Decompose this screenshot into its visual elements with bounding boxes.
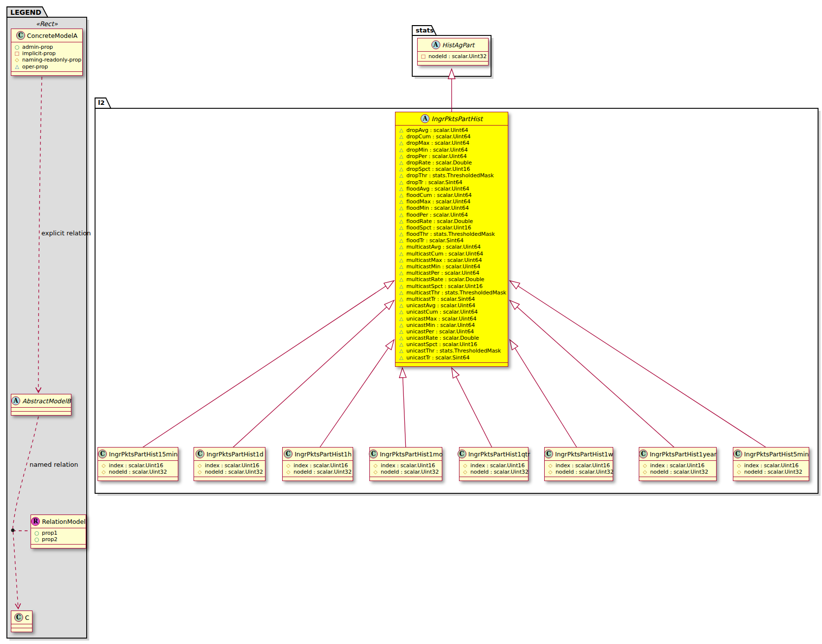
triangle-icon: [398, 225, 404, 231]
attribute-row: dropMax : scalar.Uint64: [398, 140, 505, 146]
attribute-row: oper-prop: [14, 64, 80, 70]
attribute-row: nodeId : scalar.Uint32: [547, 469, 610, 475]
attribute-row: index : scalar.Uint16: [736, 462, 806, 469]
attribute-row: index : scalar.Uint16: [642, 462, 714, 469]
class-header: C ConcreteModelA: [11, 29, 82, 42]
triangle-icon: [398, 160, 404, 166]
triangle-icon: [398, 192, 404, 198]
attribute-row: floodSpct : scalar.Uint16: [398, 225, 505, 231]
attribute-list: index : scalar.Uint16 nodeId : scalar.Ui…: [639, 460, 716, 477]
triangle-icon: [398, 198, 404, 205]
circle-icon: [14, 44, 20, 50]
diamond-icon: [372, 469, 379, 475]
rect-stereotype-label: «Rect»: [7, 20, 87, 28]
class-name: IngrPktsPartHist1qtr: [468, 451, 530, 458]
class-name: HistAgPart: [442, 41, 474, 49]
attribute-row: index : scalar.Uint16: [462, 462, 526, 469]
class-name: IngrPktsPartHist1h: [295, 451, 352, 458]
methods-compartment: [31, 544, 86, 548]
triangle-icon: [398, 316, 404, 322]
attribute-row: floodRate : scalar.Double: [398, 218, 505, 225]
attribute-list: prop1 prop2: [31, 528, 86, 544]
attribute-row: unicastThr : stats.ThresholdedMask: [398, 348, 505, 354]
attribute-list: index : scalar.Uint16 nodeId : scalar.Ui…: [194, 460, 265, 477]
attribute-row: floodTr : scalar.Sint64: [398, 237, 505, 244]
class-name: C: [25, 614, 30, 621]
class-abstractmodelb: A AbstractModelB: [11, 394, 71, 416]
triangle-icon: [398, 153, 404, 160]
diamond-icon: [547, 469, 554, 475]
attribute-row: dropPer : scalar.Uint64: [398, 153, 505, 160]
attribute-row: multicastPer : scalar.Uint64: [398, 270, 505, 276]
triangle-icon: [398, 147, 404, 153]
attribute-row: nodeId : scalar.Uint32: [642, 469, 714, 475]
class-concretemodela: C ConcreteModelA admin-prop implicit-pro…: [11, 29, 83, 76]
class-name: IngrPktsPartHist1d: [206, 451, 263, 458]
methods-compartment: [639, 477, 716, 481]
attribute-row: dropThr : stats.ThresholdedMask: [398, 172, 505, 179]
attribute-list: dropAvg : scalar.Uint64 dropCum : scalar…: [395, 125, 508, 362]
diamond-icon: [100, 462, 107, 469]
triangle-icon: [398, 133, 404, 140]
class-c: C C: [11, 611, 33, 632]
attribute-row: multicastMax : scalar.Uint64: [398, 257, 505, 263]
class-name: AbstractModelB: [22, 397, 71, 405]
named-relation-label: named relation: [30, 461, 78, 468]
class-spot-icon: C: [733, 450, 742, 458]
triangle-icon: [398, 270, 404, 276]
class-header: C IngrPktsPartHist1mo: [370, 448, 442, 460]
triangle-icon: [398, 218, 404, 225]
attribute-row: dropTr : scalar.Sint64: [398, 179, 505, 186]
diamond-icon: [100, 469, 107, 475]
attribute-row: unicastSpct : scalar.Uint16: [398, 341, 505, 348]
class-relationmodel: R RelationModel prop1 prop2: [31, 515, 86, 548]
attribute-row: floodPer : scalar.Uint64: [398, 211, 505, 218]
attribute-row: dropMin : scalar.Uint64: [398, 147, 505, 153]
class-spot-icon: C: [16, 31, 25, 40]
class-spot-icon: C: [98, 450, 107, 458]
class-header: A HistAgPart: [418, 38, 488, 51]
attribute-row: floodThr : stats.ThresholdedMask: [398, 231, 505, 237]
methods-compartment: [11, 71, 82, 75]
attribute-list: nodeId : scalar.Uint32: [418, 51, 488, 61]
attribute-row: admin-prop: [14, 44, 80, 50]
attribute-row: unicastMax : scalar.Uint64: [398, 315, 505, 322]
circle-icon: [33, 536, 40, 543]
attribute-list: index : scalar.Uint16 nodeId : scalar.Ui…: [283, 460, 353, 477]
diamond-icon: [372, 462, 379, 469]
diamond-icon: [462, 462, 468, 469]
class-ingrpktsparthist1h: C IngrPktsPartHist1h index : scalar.Uint…: [282, 447, 353, 481]
attribute-row: nodeId : scalar.Uint32: [100, 469, 175, 475]
uml-class-diagram: { "colors": { "line_red": "#A80036", "cl…: [0, 0, 822, 644]
class-spot-icon: C: [369, 450, 378, 458]
attribute-row: unicastMin : scalar.Uint64: [398, 322, 505, 328]
triangle-icon: [398, 276, 404, 283]
attribute-list: index : scalar.Uint16 nodeId : scalar.Ui…: [460, 460, 528, 477]
attribute-row: index : scalar.Uint16: [100, 462, 175, 469]
class-name: RelationModel: [42, 518, 85, 525]
attribute-row: floodMax : scalar.Uint64: [398, 198, 505, 205]
diamond-icon: [197, 469, 203, 475]
attribute-row: multicastCum : scalar.Uint64: [398, 251, 505, 257]
class-spot-icon: C: [196, 450, 204, 458]
class-ingrpktsparthist1w: C IngrPktsPartHist1w index : scalar.Uint…: [544, 447, 613, 481]
methods-compartment: [460, 477, 528, 481]
diamond-icon: [462, 469, 468, 475]
class-header: R RelationModel: [31, 515, 86, 528]
triangle-icon: [398, 296, 404, 302]
class-ingrpktsparthist5min: C IngrPktsPartHist5min index : scalar.Ui…: [733, 447, 809, 481]
abstract-spot-icon: A: [431, 40, 440, 49]
abstract-spot-icon: A: [421, 114, 429, 123]
class-name: IngrPktsPartHist1year: [650, 451, 717, 458]
triangle-icon: [398, 179, 404, 186]
class-ingrpktsparthist1year: C IngrPktsPartHist1year index : scalar.U…: [639, 447, 717, 481]
attribute-row: implicit-prop: [14, 50, 80, 57]
attribute-row: index : scalar.Uint16: [197, 462, 263, 469]
triangle-icon: [398, 302, 404, 309]
diamond-icon: [285, 469, 292, 475]
explicit-relation-label: explicit relation: [41, 229, 91, 237]
methods-compartment: [194, 477, 265, 481]
triangle-icon: [398, 322, 404, 328]
diamond-icon: [736, 469, 742, 475]
class-header: C IngrPktsPartHist1year: [639, 448, 716, 460]
